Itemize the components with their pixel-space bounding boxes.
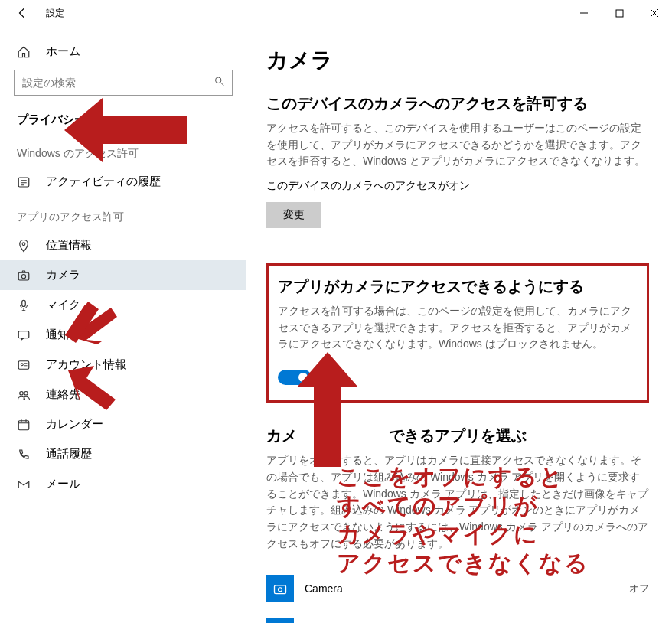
sidebar-item-notifications[interactable]: 通知 — [0, 320, 246, 350]
svg-point-10 — [20, 391, 24, 395]
section3-paragraph: アプリをオフにすると、アプリはカメラに直接アクセスできなくなります。その場合でも… — [266, 452, 649, 552]
section2-heading: アプリがカメラにアクセスできるようにする — [278, 276, 634, 297]
sidebar-item-label: アカウント情報 — [46, 357, 126, 372]
svg-point-1 — [216, 77, 222, 83]
account-icon — [17, 358, 31, 372]
titlebar: 設定 — [0, 0, 672, 26]
call-history-icon — [17, 448, 31, 462]
sidebar-group-apps: アプリのアクセス許可 — [0, 197, 246, 230]
email-icon — [17, 478, 31, 491]
sidebar-group-windows: Windows のアクセス許可 — [0, 133, 246, 167]
camera-access-toggle[interactable] — [278, 370, 312, 385]
sidebar-item-label: カレンダー — [46, 417, 103, 432]
section2-paragraph: アクセスを許可する場合は、このページの設定を使用して、カメラにアクセスできるアプ… — [278, 303, 634, 353]
toggle-label: オン — [322, 370, 344, 384]
app-name: Camera — [305, 582, 618, 595]
app-status: オフ — [629, 582, 649, 595]
app-icon-camera — [266, 575, 294, 602]
sidebar-home[interactable]: ホーム — [0, 37, 246, 67]
calendar-icon — [17, 418, 31, 432]
notifications-icon — [17, 328, 31, 342]
sidebar-item-contacts[interactable]: 連絡先 — [0, 380, 246, 409]
svg-point-5 — [21, 274, 25, 278]
sidebar-item-calendar[interactable]: カレンダー — [0, 409, 246, 439]
svg-point-11 — [24, 391, 28, 395]
sidebar-home-label: ホーム — [46, 44, 80, 59]
sidebar-item-camera[interactable]: カメラ — [0, 260, 246, 290]
svg-point-9 — [21, 363, 23, 365]
section3-heading: カメラにアクセスできるアプリを選ぶ — [266, 426, 649, 446]
microphone-icon — [17, 298, 31, 312]
svg-point-3 — [22, 242, 25, 245]
camera-icon — [17, 269, 31, 282]
svg-rect-6 — [22, 300, 26, 306]
page-title: カメラ — [266, 46, 649, 75]
window-title: 設定 — [46, 7, 64, 20]
close-button[interactable] — [637, 0, 672, 26]
app-row: Camera オフ — [266, 567, 649, 610]
svg-rect-12 — [18, 420, 29, 429]
main-content: カメラ このデバイスのカメラへのアクセスを許可する アクセスを許可すると、このデ… — [246, 26, 672, 623]
sidebar-item-label: 通知 — [46, 328, 69, 342]
svg-rect-8 — [18, 360, 29, 369]
minimize-button[interactable] — [566, 0, 602, 26]
svg-rect-0 — [616, 10, 623, 17]
annotation-highlight-box: アプリがカメラにアクセスできるようにする アクセスを許可する場合は、このページの… — [266, 263, 649, 403]
sidebar-item-label: カメラ — [46, 268, 80, 282]
sidebar: ホーム プライバシー Windows のアクセス許可 アクティビティの履歴 アプ… — [0, 26, 246, 623]
change-button[interactable]: 変更 — [266, 202, 321, 228]
sidebar-item-label: 連絡先 — [46, 387, 80, 402]
svg-rect-13 — [18, 481, 29, 488]
history-icon — [17, 175, 31, 189]
section1-status: このデバイスのカメラへのアクセスがオン — [266, 179, 649, 193]
sidebar-item-activity-history[interactable]: アクティビティの履歴 — [0, 167, 246, 197]
sidebar-item-account-info[interactable]: アカウント情報 — [0, 350, 246, 380]
search-input[interactable] — [14, 70, 233, 96]
app-list: Camera オフ Cortana — [266, 567, 649, 623]
sidebar-item-location[interactable]: 位置情報 — [0, 230, 246, 260]
home-icon — [17, 45, 31, 59]
svg-point-15 — [279, 588, 282, 592]
search-icon — [214, 76, 225, 90]
contacts-icon — [17, 388, 31, 402]
sidebar-item-microphone[interactable]: マイク — [0, 290, 246, 320]
app-icon-cortana — [266, 618, 294, 623]
maximize-button[interactable] — [602, 0, 637, 26]
svg-rect-7 — [18, 331, 29, 338]
sidebar-item-label: マイク — [46, 298, 80, 312]
sidebar-item-label: アクティビティの履歴 — [46, 175, 161, 189]
sidebar-category: プライバシー — [0, 106, 246, 133]
sidebar-item-label: 通話履歴 — [46, 447, 92, 462]
svg-rect-4 — [18, 272, 29, 280]
svg-rect-14 — [275, 585, 286, 594]
app-row: Cortana — [266, 610, 649, 623]
section1-heading: このデバイスのカメラへのアクセスを許可する — [266, 93, 649, 114]
location-icon — [17, 239, 31, 253]
sidebar-item-label: 位置情報 — [46, 238, 92, 253]
back-button[interactable] — [17, 8, 28, 18]
sidebar-item-label: メール — [46, 477, 80, 491]
sidebar-item-call-history[interactable]: 通話履歴 — [0, 439, 246, 469]
sidebar-item-email[interactable]: メール — [0, 469, 246, 499]
section1-paragraph: アクセスを許可すると、このデバイスを使用するユーザーはこのページの設定を使用して… — [266, 120, 649, 170]
